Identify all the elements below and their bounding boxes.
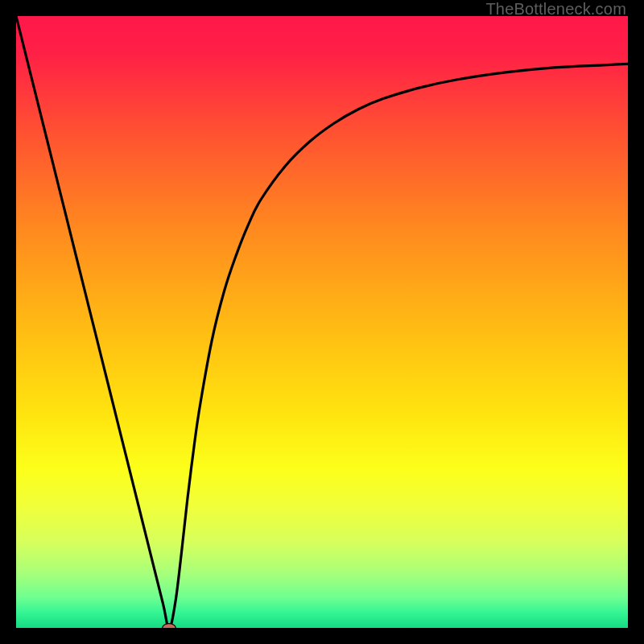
bottleneck-chart (16, 16, 628, 628)
gradient-background (16, 16, 628, 628)
chart-frame (16, 16, 628, 628)
watermark-label: TheBottleneck.com (485, 0, 626, 19)
